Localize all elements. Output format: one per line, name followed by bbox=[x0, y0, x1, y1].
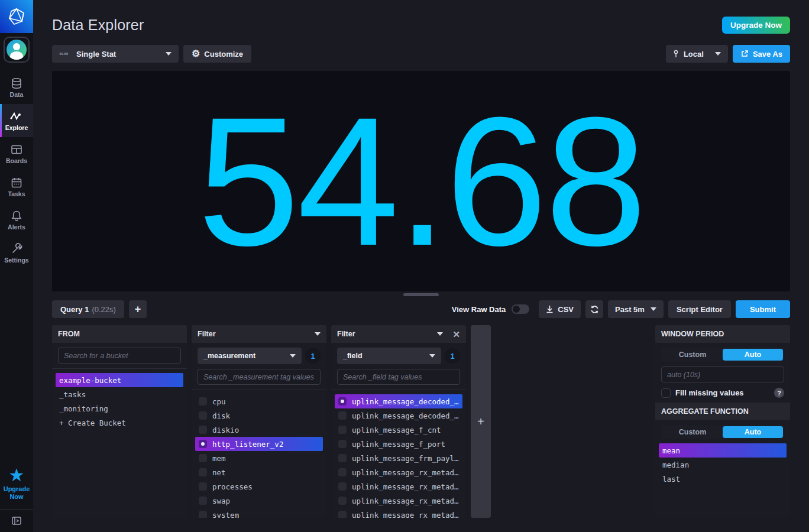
checkbox[interactable] bbox=[338, 454, 347, 462]
bucket-item[interactable]: + Create Bucket bbox=[56, 416, 183, 430]
sidebar-item-settings[interactable]: Settings bbox=[0, 236, 33, 270]
field-item-label: uplink_message_rx_metadat… bbox=[352, 497, 459, 505]
field-item[interactable]: uplink_message_rx_metadat… bbox=[335, 494, 462, 508]
sidebar-item-data[interactable]: Data bbox=[0, 71, 33, 104]
window-custom-option[interactable]: Custom bbox=[662, 349, 723, 361]
measurement-item[interactable]: processes bbox=[195, 479, 323, 494]
field-search-input[interactable] bbox=[337, 369, 460, 385]
field-item[interactable]: uplink_message_f_cnt bbox=[335, 423, 462, 437]
sidebar-item-boards[interactable]: Boards bbox=[0, 137, 33, 170]
checkbox[interactable] bbox=[199, 454, 207, 462]
aggregate-item[interactable]: median bbox=[659, 458, 787, 472]
checkbox[interactable] bbox=[199, 440, 207, 448]
field-item[interactable]: uplink_message_rx_metadat… bbox=[335, 508, 462, 518]
checkbox[interactable] bbox=[338, 511, 347, 518]
save-as-button[interactable]: Save As bbox=[733, 45, 790, 63]
field-item-label: uplink_message_rx_metadat… bbox=[352, 468, 459, 477]
checkbox[interactable] bbox=[338, 397, 347, 406]
measurement-item[interactable]: net bbox=[195, 465, 323, 479]
bell-icon bbox=[11, 210, 22, 222]
field-item[interactable]: uplink_message_rx_metadat… bbox=[335, 465, 462, 479]
aggregate-auto-option[interactable]: Auto bbox=[723, 426, 783, 438]
measurement-search-input[interactable] bbox=[198, 369, 321, 385]
add-query-button[interactable]: + bbox=[129, 300, 147, 318]
help-icon[interactable]: ? bbox=[774, 388, 784, 398]
window-period-input[interactable] bbox=[661, 366, 784, 382]
customize-button[interactable]: ⚙ Customize bbox=[183, 45, 251, 63]
checkbox[interactable] bbox=[338, 468, 347, 476]
checkbox[interactable] bbox=[199, 426, 207, 434]
influxdb-logo[interactable] bbox=[0, 0, 33, 33]
sidebar-item-label: Tasks bbox=[8, 190, 25, 197]
measurement-item[interactable]: cpu bbox=[195, 394, 323, 408]
user-avatar[interactable] bbox=[4, 37, 30, 63]
main-content: Data Explorer Upgrade Now 49.88 Single S… bbox=[33, 0, 809, 532]
sidebar-expand-button[interactable] bbox=[9, 514, 24, 527]
measurement-item[interactable]: system bbox=[195, 508, 323, 518]
filter-title: Filter bbox=[337, 330, 355, 338]
visualization-type-dropdown[interactable]: 49.88 Single Stat bbox=[52, 45, 179, 63]
visualization-type-value: Single Stat bbox=[76, 50, 116, 59]
measurement-item[interactable]: http_listener_v2 bbox=[195, 437, 323, 451]
aggregate-item[interactable]: mean bbox=[659, 443, 787, 458]
view-raw-data-toggle[interactable] bbox=[512, 304, 529, 314]
add-filter-card-button[interactable]: + bbox=[471, 325, 491, 518]
fill-missing-values-checkbox[interactable] bbox=[661, 388, 671, 398]
bucket-item[interactable]: example-bucket bbox=[56, 373, 183, 387]
refresh-button[interactable] bbox=[585, 300, 603, 318]
field-item[interactable]: uplink_message_rx_metadat… bbox=[335, 479, 462, 494]
page-title: Data Explorer bbox=[52, 17, 144, 34]
script-editor-button[interactable]: Script Editor bbox=[668, 300, 731, 318]
chevron-down-icon[interactable] bbox=[315, 332, 321, 336]
checkbox[interactable] bbox=[338, 440, 347, 448]
query-tab[interactable]: Query 1 (0.22s) bbox=[52, 300, 124, 318]
aggregate-custom-option[interactable]: Custom bbox=[662, 426, 723, 438]
bucket-item[interactable]: _tasks bbox=[56, 387, 183, 401]
aggregate-item[interactable]: last bbox=[659, 472, 787, 486]
source-dropdown[interactable]: Local bbox=[666, 45, 728, 63]
filter-key-value: _field bbox=[343, 352, 363, 360]
csv-label: CSV bbox=[558, 305, 574, 314]
field-key-select[interactable]: _field bbox=[337, 348, 441, 364]
close-icon[interactable]: ✕ bbox=[452, 330, 460, 339]
field-item[interactable]: uplink_message_frm_payload bbox=[335, 451, 462, 465]
checkbox[interactable] bbox=[199, 468, 207, 476]
measurement-item[interactable]: disk bbox=[195, 408, 323, 423]
measurement-key-select[interactable]: _measurement bbox=[198, 348, 302, 364]
upgrade-line1: Upgrade bbox=[4, 485, 30, 492]
field-item[interactable]: uplink_message_decoded_pa… bbox=[335, 394, 462, 408]
chevron-down-icon[interactable] bbox=[437, 332, 443, 336]
sidebar-item-tasks[interactable]: Tasks bbox=[0, 170, 33, 203]
checkbox[interactable] bbox=[338, 497, 347, 505]
measurement-item[interactable]: mem bbox=[195, 451, 323, 465]
checkbox[interactable] bbox=[199, 482, 207, 491]
checkbox[interactable] bbox=[338, 426, 347, 434]
checkbox[interactable] bbox=[199, 411, 207, 420]
view-raw-data-label: View Raw Data bbox=[452, 305, 506, 314]
field-item-label: uplink_message_decoded_pa… bbox=[352, 397, 459, 406]
time-range-dropdown[interactable]: Past 5m bbox=[608, 300, 664, 318]
page-header: Data Explorer Upgrade Now bbox=[52, 0, 790, 37]
bucket-search-input[interactable] bbox=[58, 348, 181, 364]
bucket-item[interactable]: _monitoring bbox=[56, 401, 183, 416]
measurement-item[interactable]: swap bbox=[195, 494, 323, 508]
upgrade-now-button[interactable]: Upgrade Now bbox=[722, 17, 790, 34]
checkbox[interactable] bbox=[338, 411, 347, 420]
csv-download-button[interactable]: CSV bbox=[539, 300, 581, 318]
checkbox[interactable] bbox=[199, 497, 207, 505]
window-auto-option[interactable]: Auto bbox=[723, 349, 783, 361]
checkbox[interactable] bbox=[199, 511, 207, 518]
time-range-value: Past 5m bbox=[615, 305, 645, 314]
sidebar-upgrade-button[interactable]: ★ UpgradeNow bbox=[4, 466, 30, 509]
measurement-item[interactable]: diskio bbox=[195, 423, 323, 437]
checkbox[interactable] bbox=[338, 482, 347, 491]
resize-drag-handle[interactable] bbox=[403, 293, 439, 296]
sidebar-item-label: Boards bbox=[6, 157, 27, 164]
sidebar-item-explore[interactable]: Explore bbox=[0, 104, 33, 137]
submit-button[interactable]: Submit bbox=[736, 300, 790, 318]
source-value: Local bbox=[684, 50, 704, 59]
checkbox[interactable] bbox=[199, 397, 207, 406]
sidebar-item-alerts[interactable]: Alerts bbox=[0, 203, 33, 236]
field-item[interactable]: uplink_message_f_port bbox=[335, 437, 462, 451]
field-item[interactable]: uplink_message_decoded_pa… bbox=[335, 408, 462, 423]
